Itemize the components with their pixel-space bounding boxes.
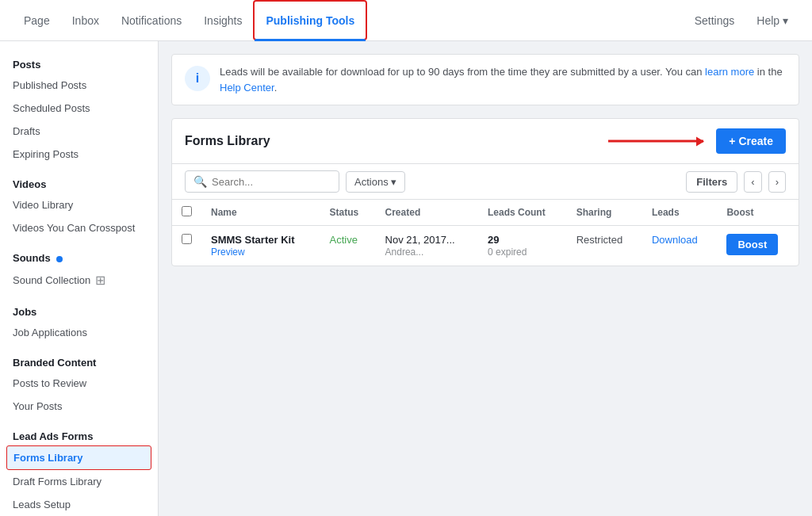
sidebar-section-title-videos: Videos (0, 170, 158, 193)
sidebar-item-leads-setup[interactable]: Leads Setup (0, 493, 158, 516)
sidebar-item-your-posts[interactable]: Your Posts (0, 395, 158, 418)
sidebar-section-sounds: Sounds Sound Collection ⊞ (0, 244, 158, 293)
forms-table: Name Status Created Leads Count Sharing … (172, 200, 799, 266)
search-box: 🔍 (185, 170, 339, 193)
row-name-cell: SMMS Starter Kit Preview (201, 226, 320, 266)
sidebar-item-published-posts[interactable]: Published Posts (0, 74, 158, 97)
forms-library-panel: Forms Library + Create 🔍 Actions ▾ Filte… (171, 118, 799, 266)
panel-header: Forms Library + Create (172, 119, 799, 164)
nav-publishing-tools[interactable]: Publishing Tools (253, 0, 367, 40)
pagination-next-button[interactable]: › (768, 171, 786, 193)
layout: Posts Published Posts Scheduled Posts Dr… (0, 41, 812, 516)
top-nav: Page Inbox Notifications Insights Publis… (0, 0, 812, 41)
sidebar-section-title-branded-content: Branded Content (0, 349, 158, 372)
arrow-line (608, 140, 703, 143)
nav-notifications[interactable]: Notifications (110, 0, 193, 40)
table-row: SMMS Starter Kit Preview Active Nov 21, … (172, 226, 799, 266)
panel-title: Forms Library (185, 134, 270, 148)
sidebar-section-lead-ads-forms: Lead Ads Forms Forms Library Draft Forms… (0, 422, 158, 516)
panel-toolbar: 🔍 Actions ▾ Filters ‹ › (172, 164, 799, 200)
th-name: Name (201, 200, 320, 226)
nav-page[interactable]: Page (13, 0, 61, 40)
nav-help[interactable]: Help ▾ (745, 14, 799, 27)
form-name: SMMS Starter Kit (211, 234, 310, 246)
sidebar-section-title-sounds: Sounds (0, 244, 158, 267)
search-icon: 🔍 (193, 175, 207, 188)
th-boost: Boost (717, 200, 799, 226)
row-checkbox[interactable] (182, 234, 192, 244)
nav-settings[interactable]: Settings (684, 14, 746, 27)
sidebar-item-draft-forms-library[interactable]: Draft Forms Library (0, 470, 158, 493)
sidebar-section-title-lead-ads-forms: Lead Ads Forms (0, 422, 158, 445)
status-active: Active (329, 234, 357, 246)
sidebar-section-title-jobs: Jobs (0, 298, 158, 321)
sidebar-section-jobs: Jobs Job Applications (0, 298, 158, 344)
add-sound-icon[interactable]: ⊞ (95, 273, 105, 288)
arrow-annotation (608, 140, 703, 143)
info-banner-text: Leads will be available for download for… (220, 64, 786, 95)
sidebar-item-expiring-posts[interactable]: Expiring Posts (0, 143, 158, 166)
th-leads: Leads (642, 200, 717, 226)
sidebar-section-title-posts: Posts (0, 51, 158, 74)
help-center-link[interactable]: Help Center (220, 82, 274, 94)
sidebar: Posts Published Posts Scheduled Posts Dr… (0, 41, 159, 516)
download-link[interactable]: Download (652, 234, 698, 246)
row-sharing-cell: Restricted (567, 226, 642, 266)
sharing-status: Restricted (576, 234, 623, 246)
row-checkbox-cell (172, 226, 201, 266)
sidebar-item-scheduled-posts[interactable]: Scheduled Posts (0, 97, 158, 120)
row-boost-cell: Boost (717, 226, 799, 266)
leads-count-value: 29 (488, 234, 499, 246)
info-banner: i Leads will be available for download f… (171, 54, 799, 105)
row-created-cell: Nov 21, 2017... Andrea... (376, 226, 479, 266)
sidebar-item-posts-to-review[interactable]: Posts to Review (0, 372, 158, 395)
main-content: i Leads will be available for download f… (159, 41, 812, 516)
select-all-checkbox[interactable] (182, 206, 192, 216)
info-icon: i (185, 66, 210, 91)
learn-more-link[interactable]: learn more (705, 66, 754, 78)
created-by: Andrea... (385, 247, 424, 258)
actions-button[interactable]: Actions ▾ (346, 171, 405, 193)
sidebar-item-sound-collection[interactable]: Sound Collection ⊞ (0, 267, 158, 293)
row-leads-cell: Download (642, 226, 717, 266)
sidebar-item-video-library[interactable]: Video Library (0, 193, 158, 216)
filters-button[interactable]: Filters (686, 171, 737, 193)
create-button[interactable]: + Create (716, 128, 786, 154)
search-input[interactable] (212, 176, 331, 188)
th-sharing: Sharing (567, 200, 642, 226)
top-nav-right: Settings Help ▾ (684, 0, 799, 40)
sidebar-item-videos-crosspost[interactable]: Videos You Can Crosspost (0, 216, 158, 239)
created-date: Nov 21, 2017... (385, 234, 455, 246)
pagination-prev-button[interactable]: ‹ (744, 171, 761, 193)
th-checkbox (172, 200, 201, 226)
nav-insights[interactable]: Insights (193, 0, 253, 40)
leads-expired: 0 expired (488, 247, 527, 258)
sidebar-item-job-applications[interactable]: Job Applications (0, 321, 158, 344)
row-leads-count-cell: 29 0 expired (478, 226, 567, 266)
sidebar-section-branded-content: Branded Content Posts to Review Your Pos… (0, 349, 158, 418)
boost-button[interactable]: Boost (726, 234, 778, 255)
sidebar-item-forms-library[interactable]: Forms Library (6, 445, 151, 470)
th-created: Created (376, 200, 479, 226)
sidebar-section-posts: Posts Published Posts Scheduled Posts Dr… (0, 51, 158, 166)
nav-inbox[interactable]: Inbox (61, 0, 110, 40)
form-preview-link[interactable]: Preview (211, 247, 245, 258)
row-status-cell: Active (320, 226, 375, 266)
th-status: Status (320, 200, 375, 226)
th-leads-count: Leads Count (478, 200, 567, 226)
sidebar-section-videos: Videos Video Library Videos You Can Cros… (0, 170, 158, 239)
sidebar-item-drafts[interactable]: Drafts (0, 120, 158, 143)
sounds-dot (56, 256, 63, 262)
